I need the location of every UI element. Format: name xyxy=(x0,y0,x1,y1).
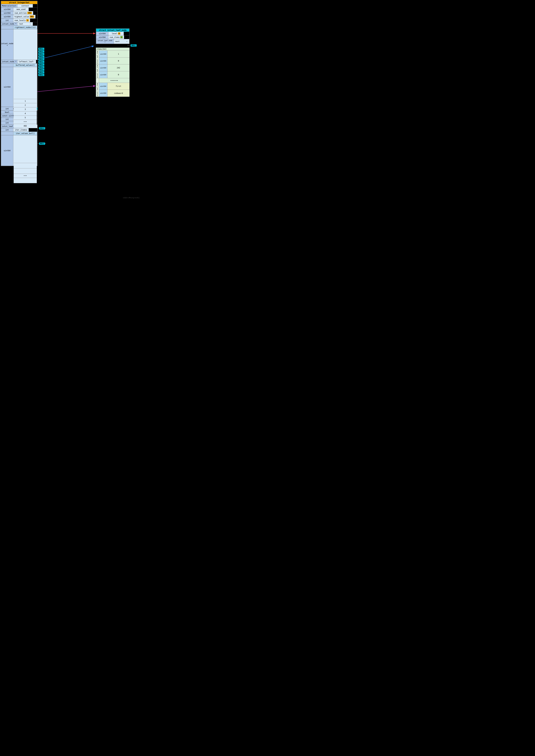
leaf-item-label-1: struct leaf_item xyxy=(96,51,99,64)
null-iter-node: NULL xyxy=(39,142,45,145)
field-leftmost-leaf: leftmost_leaf — xyxy=(17,60,36,63)
row-num-levels: int num_levels 1 xyxy=(1,18,37,22)
badge-level: 0 xyxy=(118,32,121,35)
field-root: root — xyxy=(17,22,33,26)
item-type-uint64-lb: uint64 xyxy=(99,90,107,97)
buf-val-1: 1 xyxy=(14,99,37,103)
type-uint64-highest: uint64 xyxy=(1,15,13,18)
item-val-2a: 242 xyxy=(107,64,129,71)
null-rightmost-0: NULL xyxy=(38,48,44,50)
item-row-last-first: uint64 first xyxy=(99,83,129,90)
field-iter-values-buf-label: iter_values_buf[] xyxy=(13,132,37,135)
leaf-row-next: intset_leaf_node * next — xyxy=(96,39,129,44)
item-val-1b: 0 xyxy=(107,58,129,64)
leaf-field-level: level 0 xyxy=(108,32,124,35)
type-uint64-buf: uint64 xyxy=(1,67,13,107)
leaf-type-uint64-items: uint64 xyxy=(96,36,108,39)
buffered-values-array: 1 2 3 4 5 ••• 482 xyxy=(14,99,37,128)
item-type-uint64-2a: uint64 xyxy=(99,64,107,71)
item-row-2-first: uint64 242 xyxy=(99,64,129,71)
item-type-uint64-1a: uint64 xyxy=(99,51,107,57)
null-leaf-next: NULL xyxy=(131,44,137,46)
item-row-last-second: uint64 codeword xyxy=(99,90,129,97)
iter-buf-row-1 xyxy=(14,163,37,168)
item-row-1-first: uint64 1 xyxy=(99,51,129,58)
type-empty-buf xyxy=(1,64,13,67)
leaf-type-intset-leaf-node: intset_leaf_node * xyxy=(96,39,114,44)
leaf-field-next: next — xyxy=(114,39,129,44)
type-memorycontext: MemoryContext xyxy=(1,4,17,8)
leaf-next-null-label: NULL xyxy=(131,44,137,46)
type-intset-node-root: intset_node * xyxy=(1,22,17,26)
type-uint64-iterbuf: uint64 xyxy=(1,135,13,166)
buf-val-4: 4 xyxy=(14,111,37,115)
type-int-iterino: int xyxy=(1,128,13,131)
items-array-container: items[64] struct leaf_item struct leaf_i… xyxy=(96,47,129,97)
item-row-2-second: uint64 0 xyxy=(99,71,129,78)
item-val-lb: codeword xyxy=(107,90,129,97)
row-root: intset_node * root — xyxy=(1,22,37,26)
type-bool: bool xyxy=(1,111,13,114)
row-iter-values-buf-header: iter_values_buf[] xyxy=(1,131,37,135)
row-intset-node-type: intset_node * xyxy=(1,29,37,60)
type-empty-iterbuf xyxy=(1,132,13,135)
null-rightmost-3: NULL xyxy=(38,55,44,58)
items-ellipsis: •••••• xyxy=(99,78,129,83)
iter-node-null-label: NULL xyxy=(39,142,45,145)
null-iter-values: NULL xyxy=(39,127,45,130)
row-buffered-vals-header: buffered_values[] xyxy=(1,63,37,67)
leaf-row-level: uint64 level 0 xyxy=(96,32,129,35)
badge-highest-value: 482 xyxy=(30,15,34,18)
leaf-node-struct: struct intset_leaf_node uint64 level 0 u… xyxy=(96,28,129,44)
type-int-iternv: int xyxy=(1,118,13,121)
badge-num-entries: 482 xyxy=(27,12,32,14)
item-type-uint64-2b: uint64 xyxy=(99,71,107,78)
null-rightmost-7: NULL xyxy=(38,66,44,68)
null-rightmost-5: NULL xyxy=(38,61,44,63)
leaf-item-label-ellipsis xyxy=(96,78,99,83)
type-int-levels: int xyxy=(1,18,13,22)
integer-set-struct: struct IntegerSet MemoryContext context … xyxy=(1,1,38,166)
leaf-item-label-3: struct leaf_item xyxy=(96,83,99,97)
type-int-itervno: int xyxy=(1,121,13,125)
iter-values-null-label: NULL xyxy=(39,127,45,129)
leaf-type-uint64-level: uint64 xyxy=(96,32,108,35)
items-array-title: items[64] xyxy=(96,48,129,51)
field-rightmost-array xyxy=(14,29,37,60)
null-rightmost-2: NULL xyxy=(38,53,44,55)
iter-buf-ellipsis: ••• xyxy=(14,174,37,178)
null-rightmost-10: NULL xyxy=(38,74,44,76)
leaf-item-label-2: struct leaf_item xyxy=(96,64,99,78)
leaf-item-labels: struct leaf_item struct leaf_item struct… xyxy=(96,51,99,97)
field-num-levels: num_levels 1 xyxy=(13,18,30,22)
type-int-nbuf: int xyxy=(1,107,13,110)
leaf-item-rotated-1: struct leaf_item xyxy=(97,51,98,64)
iter-values-buf-array: ••• xyxy=(14,163,37,183)
buf-val-ellipsis: ••• xyxy=(14,120,37,124)
field-buffered-values-label: buffered_values[] xyxy=(13,64,37,67)
item-type-uint64-la: uint64 xyxy=(99,83,107,90)
item-val-2b: 0 xyxy=(107,71,129,78)
field-context: context xyxy=(17,4,33,8)
items-content: struct leaf_item struct leaf_item struct… xyxy=(96,51,129,97)
rightmost-nulls-container: NULL NULL NULL NULL NULL NULL NULL NULL … xyxy=(38,47,44,76)
leaf-item-rotated-2: struct leaf_item xyxy=(97,65,98,78)
leaf-field-num-items: num_items 2 xyxy=(108,36,124,39)
null-rightmost-4: NULL xyxy=(38,58,44,60)
row-rightmost-nodes: rightmost_nodes[11] xyxy=(1,26,37,29)
field-num-entries: num_entries 482 xyxy=(13,11,33,15)
badge-num-items: 2 xyxy=(120,36,123,38)
field-rightmost-nodes: rightmost_nodes[11] xyxy=(13,26,37,29)
badge-num-levels: 1 xyxy=(26,19,29,21)
iter-buf-row-4 xyxy=(14,178,37,183)
row-highest-value: uint64 highest_value 482 xyxy=(1,15,37,18)
type-uint64-mem: uint64 xyxy=(1,8,13,11)
type-intset-node-leaf: intset_node * xyxy=(1,60,17,63)
iter-buf-row-2 xyxy=(14,168,37,174)
field-highest-value: highest_value 482 xyxy=(13,15,36,18)
svg-line-2 xyxy=(37,86,95,92)
buf-val-482: 482 xyxy=(14,124,37,128)
buf-val-5: 5 xyxy=(14,115,37,120)
item-val-la: first xyxy=(107,83,129,90)
type-intset-node: intset_node * xyxy=(1,29,14,60)
